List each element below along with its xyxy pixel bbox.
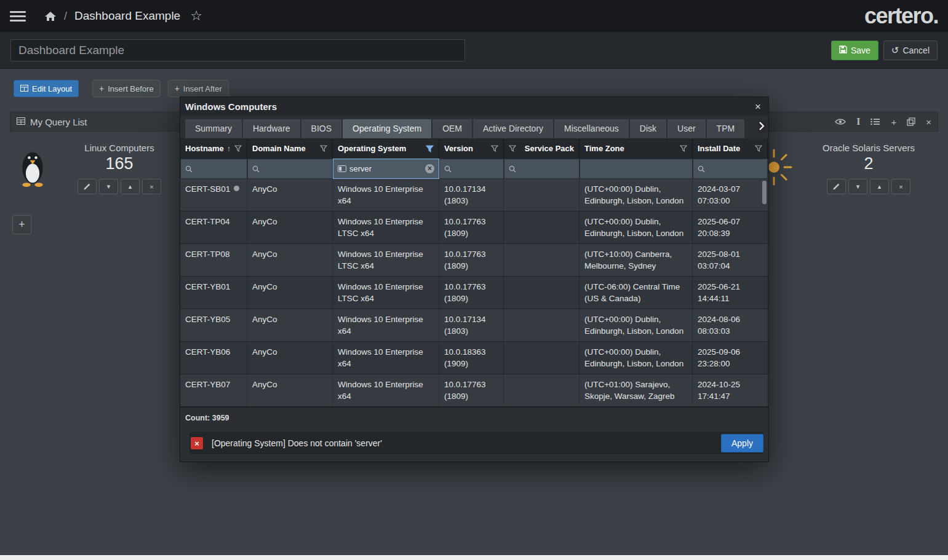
column-label: Domain Name <box>252 144 306 153</box>
filter-icon[interactable] <box>755 145 762 152</box>
table-row[interactable]: CERT-TP04 AnyCo Windows 10 Enterprise LT… <box>180 211 768 244</box>
app-root: / Dashboard Example ☆ certero. Save ↺ Ca… <box>0 0 948 560</box>
filter-icon[interactable] <box>234 145 242 152</box>
search-domain-input[interactable] <box>263 164 328 173</box>
search-install-date-input[interactable] <box>708 164 763 173</box>
sort-asc-icon: ↑ <box>227 144 231 153</box>
tab-oem[interactable]: OEM <box>432 119 472 138</box>
move-down-button[interactable]: ▾ <box>99 179 118 194</box>
filter-icon[interactable] <box>320 145 327 152</box>
penguin-icon <box>18 143 47 194</box>
edit-widget-button[interactable] <box>827 179 846 194</box>
search-cell-hostname[interactable] <box>180 159 247 179</box>
home-icon[interactable] <box>44 11 57 22</box>
cell-version: 10.0.17763 (1809) <box>439 244 504 276</box>
tab-miscellaneous[interactable]: Miscellaneous <box>554 119 629 138</box>
table-row[interactable]: CERT-YB01 AnyCo Windows 10 Enterprise LT… <box>180 277 768 309</box>
insert-after-button[interactable]: + Insert After <box>168 80 229 97</box>
insert-after-label: Insert After <box>183 84 222 93</box>
filter-icon[interactable] <box>509 145 516 152</box>
table-row[interactable]: CERT-SB01 AnyCo Windows 10 Enterprise x6… <box>180 179 768 211</box>
tab-active-directory[interactable]: Active Directory <box>473 119 553 138</box>
search-cell-time-zone[interactable] <box>580 159 693 179</box>
search-cell-install-date[interactable] <box>693 159 768 179</box>
cell-version: 10.0.17763 (1809) <box>439 374 504 406</box>
modal-title-bar[interactable]: Windows Computers × <box>180 97 768 116</box>
column-header-version[interactable]: Version <box>439 138 504 159</box>
column-label: Hostname <box>185 144 224 153</box>
search-cell-domain[interactable] <box>247 159 333 179</box>
tab-hardware[interactable]: Hardware <box>243 119 300 138</box>
edit-layout-button[interactable]: Edit Layout <box>14 80 79 97</box>
list-icon[interactable] <box>870 118 880 125</box>
remove-filter-button[interactable]: × <box>191 437 203 449</box>
close-icon[interactable]: × <box>752 101 763 112</box>
search-service-pack-input[interactable] <box>519 164 575 173</box>
cell-os: Windows 10 Enterprise LTSC x64 <box>333 244 439 276</box>
search-cell-os[interactable]: × <box>333 159 439 179</box>
add-widget-button[interactable]: + <box>12 215 31 234</box>
search-hostname-input[interactable] <box>196 164 242 173</box>
save-button[interactable]: Save <box>831 41 878 60</box>
tab-user[interactable]: User <box>667 119 706 138</box>
hamburger-menu-icon[interactable] <box>10 7 26 26</box>
cell-os: Windows 10 Enterprise x64 <box>333 342 439 374</box>
column-header-time-zone[interactable]: Time Zone <box>580 138 693 159</box>
close-icon[interactable]: × <box>926 117 931 127</box>
column-label: Install Date <box>698 144 740 153</box>
edit-layout-label: Edit Layout <box>32 84 72 93</box>
move-up-button[interactable]: ▴ <box>870 179 889 194</box>
table-row[interactable]: CERT-TP08 AnyCo Windows 10 Enterprise LT… <box>180 244 768 277</box>
filter-operator-icon[interactable] <box>338 165 346 172</box>
tab-summary[interactable]: Summary <box>185 119 242 138</box>
column-label: Operating System <box>338 144 406 153</box>
search-time-zone-input[interactable] <box>584 164 688 173</box>
search-os-input[interactable] <box>349 164 422 173</box>
linux-computers-widget[interactable]: Linux Computers 165 ▾ ▴ × <box>18 143 181 194</box>
filter-description: [Operating System] Does not contain 'ser… <box>212 438 382 448</box>
filter-icon[interactable] <box>491 145 498 152</box>
column-header-hostname[interactable]: Hostname ↑ <box>180 138 247 159</box>
insert-before-button[interactable]: + Insert Before <box>92 80 161 97</box>
vertical-scrollbar[interactable] <box>762 181 767 204</box>
favorite-star-icon[interactable]: ☆ <box>190 8 202 24</box>
column-header-install-date[interactable]: Install Date <box>693 138 768 159</box>
text-cursor-icon[interactable]: I <box>856 116 860 127</box>
apply-button[interactable]: Apply <box>721 434 763 452</box>
search-icon <box>252 165 260 173</box>
column-label: Time Zone <box>584 144 624 153</box>
move-up-button[interactable]: ▴ <box>121 179 140 194</box>
remove-widget-button[interactable]: × <box>142 179 161 194</box>
edit-widget-button[interactable] <box>78 179 97 194</box>
solaris-servers-widget[interactable]: Oracle Solaris Servers 2 ▾ ▴ × <box>755 143 934 194</box>
add-icon[interactable]: + <box>891 117 896 127</box>
copy-icon[interactable] <box>907 117 915 126</box>
remove-widget-button[interactable]: × <box>891 179 910 194</box>
tab-tpm[interactable]: TPM <box>707 119 745 138</box>
cell-install-date: 2025-08-01 03:07:04 <box>693 244 768 276</box>
table-row[interactable]: CERT-YB05 AnyCo Windows 10 Enterprise x6… <box>180 309 768 342</box>
tab-operating-system[interactable]: Operating System <box>343 119 431 138</box>
table-row[interactable]: CERT-YB06 AnyCo Windows 10 Enterprise x6… <box>180 342 768 374</box>
search-cell-version[interactable] <box>439 159 504 179</box>
move-down-button[interactable]: ▾ <box>848 179 867 194</box>
cell-time-zone: (UTC+00:00) Dublin, Edinburgh, Lisbon, L… <box>580 179 693 211</box>
clear-filter-icon[interactable]: × <box>425 164 434 173</box>
search-cell-service-pack[interactable] <box>504 159 580 179</box>
cell-hostname: CERT-TP04 <box>180 211 247 243</box>
column-header-domain[interactable]: Domain Name <box>247 138 333 159</box>
tab-bios[interactable]: BIOS <box>301 119 341 138</box>
status-dot-icon <box>234 186 239 191</box>
tab-disk[interactable]: Disk <box>630 119 666 138</box>
chevron-right-icon[interactable] <box>757 121 766 133</box>
filter-icon[interactable] <box>680 145 687 152</box>
table-row[interactable]: CERT-YB07 AnyCo Windows 10 Enterprise x6… <box>180 374 768 407</box>
column-header-os[interactable]: Operating System <box>333 138 439 159</box>
filter-active-icon[interactable] <box>426 145 434 152</box>
dashboard-name-input[interactable] <box>10 39 465 61</box>
eye-icon[interactable] <box>835 118 846 125</box>
layout-toolbar: Edit Layout + Insert Before + Insert Aft… <box>14 80 229 97</box>
cancel-button[interactable]: ↺ Cancel <box>883 41 938 60</box>
column-header-service-pack[interactable]: Service Pack <box>504 138 580 159</box>
search-version-input[interactable] <box>455 164 499 173</box>
